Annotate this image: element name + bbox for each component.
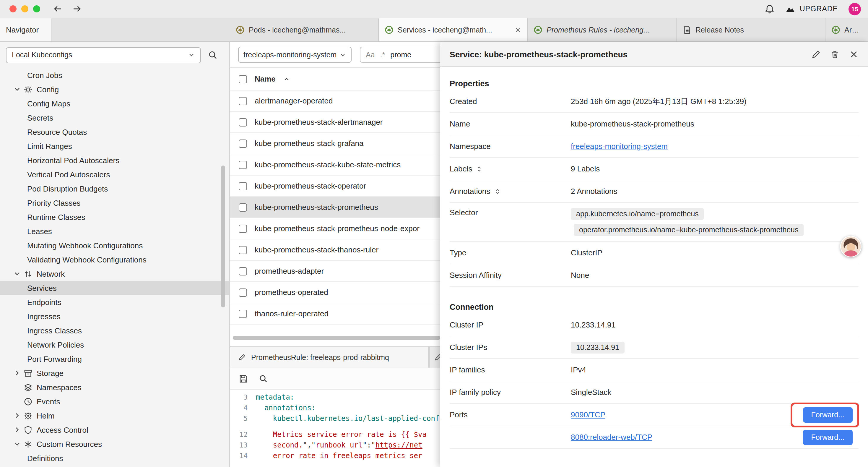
maximize-window-button[interactable]: [33, 5, 40, 12]
property-label: Name: [450, 119, 571, 128]
row-checkbox[interactable]: [239, 160, 247, 169]
tree-chevron-icon[interactable]: [13, 269, 21, 278]
sidebar-item[interactable]: Pod Disruption Budgets: [0, 181, 229, 196]
sidebar-item[interactable]: Network: [0, 267, 229, 281]
regex-toggle[interactable]: .*: [380, 51, 385, 59]
minimize-window-button[interactable]: [21, 5, 28, 12]
notifications-bell-icon[interactable]: [765, 4, 775, 14]
expand-collapse-icon[interactable]: [476, 165, 483, 172]
sidebar-item[interactable]: Cron Jobs: [0, 68, 229, 82]
tab[interactable]: Prometheus Rules - icecheng...: [528, 18, 677, 41]
document-icon: [682, 25, 691, 34]
tree-chevron-icon[interactable]: [13, 411, 21, 420]
sidebar-item[interactable]: Endpoints: [0, 295, 229, 309]
sidebar-item[interactable]: Secrets: [0, 111, 229, 125]
row-checkbox[interactable]: [239, 182, 247, 190]
namespace-link[interactable]: freeleaps-monitoring-system: [571, 142, 668, 151]
forward-button[interactable]: Forward...: [803, 407, 852, 422]
sidebar-item[interactable]: Ingress Classes: [0, 323, 229, 338]
sidebar-item[interactable]: Runtime Classes: [0, 210, 229, 224]
sidebar-item[interactable]: Storage: [0, 366, 229, 380]
tree-chevron-icon[interactable]: [13, 369, 21, 377]
kubernetes-cluster-icon: [831, 25, 840, 34]
sidebar-item[interactable]: Events: [0, 394, 229, 408]
dock-tab-label: PrometheusRule: freeleaps-prod-rabbitmq: [251, 353, 389, 361]
sidebar-item-label: Services: [27, 284, 57, 292]
dock-tab-prometheusrule[interactable]: PrometheusRule: freeleaps-prod-rabbitmq: [230, 347, 429, 368]
match-case-toggle[interactable]: Aa: [366, 51, 375, 59]
sidebar-item[interactable]: Services: [0, 281, 229, 295]
close-icon[interactable]: [849, 49, 859, 59]
sidebar-item[interactable]: Leases: [0, 224, 229, 238]
port-link[interactable]: 9090/TCP: [571, 410, 606, 419]
sidebar-item[interactable]: Priority Classes: [0, 196, 229, 210]
row-checkbox[interactable]: [239, 288, 247, 296]
tree-chevron-icon[interactable]: [13, 426, 21, 434]
sidebar-item[interactable]: Config Maps: [0, 96, 229, 111]
sidebar-scrollbar[interactable]: [221, 166, 225, 308]
upgrade-button[interactable]: UPGRADE: [785, 4, 838, 14]
forward-icon[interactable]: [72, 4, 82, 13]
editor-search-icon[interactable]: [259, 374, 268, 383]
user-avatar[interactable]: [840, 236, 862, 257]
notification-count-badge[interactable]: 15: [848, 3, 861, 15]
tree-chevron-icon[interactable]: [13, 85, 21, 93]
property-value[interactable]: 2 Annotations: [571, 187, 617, 196]
sidebar-item[interactable]: Namespaces: [0, 380, 229, 394]
tab[interactable]: Argo Se...: [826, 18, 868, 41]
row-checkbox[interactable]: [239, 203, 247, 211]
sidebar-item[interactable]: Port Forwarding: [0, 352, 229, 366]
row-checkbox[interactable]: [239, 139, 247, 147]
sidebar-item[interactable]: Validating Webhook Configurations: [0, 253, 229, 267]
delete-icon[interactable]: [830, 49, 840, 59]
sidebar-item[interactable]: Horizontal Pod Autoscalers: [0, 153, 229, 167]
sidebar-item[interactable]: Network Policies: [0, 338, 229, 352]
port-link[interactable]: 8080:reloader-web/TCP: [571, 433, 652, 442]
sidebar-item[interactable]: Helm: [0, 408, 229, 423]
name-column-header[interactable]: Name: [255, 75, 276, 83]
sidebar-item[interactable]: Ingresses: [0, 309, 229, 323]
sidebar-item[interactable]: Config: [0, 82, 229, 96]
tree-chevron-icon[interactable]: [13, 383, 21, 391]
row-checkbox[interactable]: [239, 224, 247, 233]
tab[interactable]: Services - icecheng@math...: [379, 18, 528, 41]
tree-chevron-icon[interactable]: [13, 397, 21, 406]
search-icon[interactable]: [208, 50, 217, 60]
sidebar-item[interactable]: Access Control: [0, 423, 229, 437]
drawer-header: Service: kube-prometheus-stack-prometheu…: [440, 42, 868, 67]
sidebar-item[interactable]: Vertical Pod Autoscalers: [0, 167, 229, 181]
sidebar-item[interactable]: Resource Quotas: [0, 125, 229, 139]
sidebar-item[interactable]: Custom Resources: [0, 437, 229, 451]
sidebar-item[interactable]: Definitions: [0, 451, 229, 465]
row-checkbox[interactable]: [239, 118, 247, 126]
back-icon[interactable]: [53, 4, 63, 13]
tab[interactable]: Pods - icecheng@mathmas...: [230, 18, 379, 41]
row-checkbox[interactable]: [239, 245, 247, 254]
sidebar-item-label: Port Forwarding: [27, 354, 82, 363]
sidebar-item[interactable]: Mutating Webhook Configurations: [0, 238, 229, 253]
close-window-button[interactable]: [9, 5, 17, 12]
row-checkbox[interactable]: [239, 97, 247, 105]
property-value: ClusterIP: [571, 248, 602, 257]
row-checkbox[interactable]: [239, 310, 247, 318]
close-tab-icon[interactable]: [515, 27, 521, 33]
tab-label: Services - icecheng@math...: [398, 26, 510, 34]
save-icon[interactable]: [239, 374, 248, 383]
property-value[interactable]: 9 Labels: [571, 164, 600, 173]
kubeconfig-selector[interactable]: Local Kubeconfigs: [6, 47, 201, 63]
sidebar-item[interactable]: Limit Ranges: [0, 139, 229, 153]
forward-button[interactable]: Forward...: [803, 430, 852, 445]
expand-collapse-icon[interactable]: [494, 188, 501, 195]
sidebar-item-label: Resource Quotas: [27, 127, 87, 136]
edit-icon[interactable]: [811, 49, 821, 59]
row-checkbox[interactable]: [239, 267, 247, 275]
sort-ascending-icon[interactable]: [283, 76, 290, 83]
sidebar-item-label: Cron Jobs: [27, 71, 62, 80]
line-number: 13: [230, 440, 256, 450]
tab[interactable]: Release Notes: [677, 18, 826, 41]
namespace-filter-select[interactable]: freeleaps-monitoring-system: [238, 47, 351, 63]
select-all-checkbox[interactable]: [239, 75, 247, 83]
tree-chevron-icon[interactable]: [13, 440, 21, 448]
horizontal-scrollbar[interactable]: [233, 336, 440, 340]
section-heading-properties: Properties: [450, 76, 859, 90]
